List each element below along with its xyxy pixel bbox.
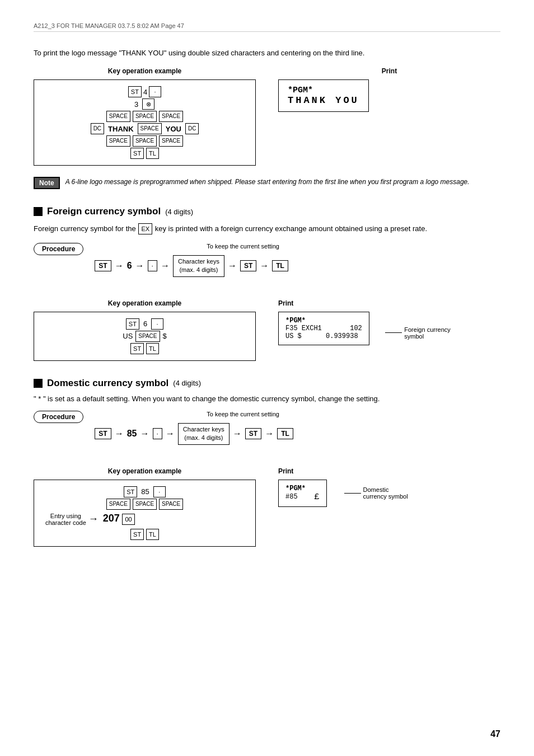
fc-ann-text: Foreign currencysymbol [404,326,451,340]
heading-square-fc [34,207,43,216]
dc-st-k: ST [124,486,137,497]
fc-arrow5: → [260,261,269,271]
fc-char-keys-line2: (max. 4 digits) [178,266,219,274]
dc-annotation: Domesticcurrency symbol [344,486,408,500]
num4: 4 [143,88,147,96]
fc-flow-area: To keep the current setting ST → 6 → · →… [95,243,500,288]
key-row-2: 3 ⊗ [45,98,244,110]
fc-st-key: ST [95,260,111,271]
dc-00: 00 [122,514,134,525]
print-col1: Print *PGM* THANK YOU [278,67,500,112]
fc-flow-line: ST → 6 → · → Character keys (max. 4 digi… [95,255,500,277]
fc-arrow2: → [135,261,144,271]
key-tl1: TL [146,148,159,159]
dc-two-col: Key operation example ST 85 · SPACE SPAC… [34,467,500,547]
dc-proc-row: Procedure To keep the current setting ST… [34,411,500,456]
fc-arrow3: → [161,261,170,271]
key-op-title1: Key operation example [34,67,256,75]
fc-print-col: Print *PGM* F35 EXCH1 102 US $ 0.939938 … [278,299,500,345]
key-dot1: · [149,86,161,97]
key-ex: EX [138,223,152,234]
dc-entry-arrow: → [88,513,99,525]
fc-us: US [123,332,133,340]
fc-print-title: Print [278,299,293,307]
fc-arrow1: → [115,261,124,271]
fc-char-keys-line1: Character keys [178,257,219,266]
key-op-box1: ST 4 · 3 ⊗ SPACE SPACE SPACE DC THANK SP… [34,79,256,166]
fc-key-op-box: ST 6 · US SPACE $ ST TL [34,312,256,361]
dc-print-col: Print *PGM* #85 £ Domesticcurrency symbo… [278,467,500,507]
dc-print-line2: #85 £ [285,492,320,502]
fc-dollar: $ [163,332,167,340]
fc-kr2: US SPACE $ [45,330,244,342]
dc-kr1: ST 85 · [45,486,244,498]
key-sp2: SPACE [133,111,157,122]
dc-num85: 85 [127,429,137,439]
fc-procedure-badge: Procedure [34,243,83,255]
fc-ann-line [385,332,402,333]
dc-ann-text: Domesticcurrency symbol [363,486,408,500]
key-sp6: SPACE [133,135,157,147]
key-dc1: DC [91,123,104,134]
dc-sp2: SPACE [133,499,157,510]
dc-print-pgm: *PGM* [285,485,320,492]
fc-tl-key: TL [272,260,288,271]
key-st1: ST [128,86,142,97]
fc-dot-k: · [151,318,163,330]
dc-kr2: SPACE SPACE SPACE [45,498,244,510]
dc-char-keys-line2: (max. 4 digits) [183,434,224,442]
note-box: Note A 6-line logo message is preprogram… [34,177,500,189]
dc-desc: " * " is set as a default setting. When … [34,395,500,403]
fc-print-area: *PGM* F35 EXCH1 102 US $ 0.939938 Foreig… [278,312,369,345]
dc-sp3: SPACE [159,499,183,510]
fc-print-line3: US $ 0.939938 [285,332,362,340]
fc-print-pgm: *PGM* [285,317,362,325]
print-title1: Print [278,67,500,75]
fc-key-op-title: Key operation example [34,299,256,307]
dc-st-k2: ST [130,529,144,540]
key-sp3: SPACE [159,111,183,122]
key-dc2: DC [185,123,199,134]
key-row-5: SPACE SPACE SPACE [45,135,244,147]
page-number: 47 [490,729,500,739]
fc-st-k2: ST [130,343,144,354]
dc-pound: £ [315,492,320,502]
key-op-col1: Key operation example ST 4 · 3 ⊗ SPACE S… [34,67,256,166]
print-box1: *PGM* THANK YOU [278,79,369,112]
thank-text: THANK [108,125,134,133]
dc-char-keys-line1: Character keys [183,425,224,434]
fc-heading-text: Foreign currency symbol [47,206,161,217]
fc-print-line2: F35 EXCH1 102 [285,325,362,332]
print-pgm1: *PGM* [288,86,359,95]
key-row-3: SPACE SPACE SPACE [45,110,244,123]
dc-digits: (4 digits) [173,379,201,387]
fc-print-box: *PGM* F35 EXCH1 102 US $ 0.939938 [278,312,369,345]
fc-st-k: ST [126,318,139,330]
fc-annotation: Foreign currencysymbol [385,326,451,340]
key-sp7: SPACE [159,135,183,147]
dc-dot-k: · [153,486,166,497]
dc-85-label: #85 [285,493,298,501]
dc-key-op-col: Key operation example ST 85 · SPACE SPAC… [34,467,256,547]
note-text: A 6-line logo message is preprogrammed w… [65,177,470,187]
num3: 3 [134,100,138,109]
fc-tl-k: TL [146,343,159,354]
dc-char-keys-box: Character keys (max. 4 digits) [178,423,229,445]
dc-ann-line [344,493,361,494]
key-sp1: SPACE [106,111,130,122]
dc-st-key: ST [95,428,111,439]
dc-207: 207 [103,513,120,524]
dc-arrow2: → [140,429,149,439]
dc-key-op-box: ST 85 · SPACE SPACE SPACE Entry usingcha… [34,480,256,547]
intro-text: To print the logo message "THANK YOU" us… [34,49,500,57]
section1-two-col: Key operation example ST 4 · 3 ⊗ SPACE S… [34,67,500,166]
page-header: A212_3 FOR THE MANAGER 03.7.5 8:02 AM Pa… [34,22,500,32]
dc-dot-key: · [153,428,162,439]
dc-207-area: 207 00 [103,513,135,525]
dc-keep-label: To keep the current setting [207,411,500,417]
fc-kr1: ST 6 · [45,318,244,330]
fc-digits: (4 digits) [165,208,193,216]
header-text: A212_3 FOR THE MANAGER 03.7.5 8:02 AM Pa… [34,22,184,29]
dc-entry-label: Entry usingcharacter code [45,513,86,526]
dc-entry-label-area: Entry usingcharacter code → [45,513,99,526]
